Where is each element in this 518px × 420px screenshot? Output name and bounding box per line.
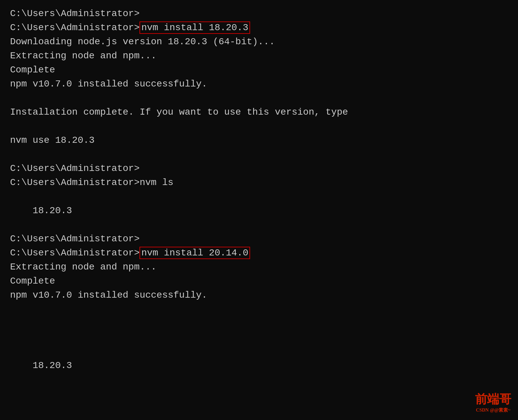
terminal-line: Installation complete. If you want to us… bbox=[10, 105, 508, 119]
terminal-line: C:\Users\Administrator> bbox=[10, 7, 508, 21]
terminal-line: C:\Users\Administrator> bbox=[10, 232, 508, 246]
prompt-2: C:\Users\Administrator> bbox=[10, 248, 139, 258]
terminal-window: C:\Users\Administrator> C:\Users\Adminis… bbox=[0, 0, 518, 420]
blank-line bbox=[10, 345, 508, 359]
nvm-install-20-cmd: nvm install 20.14.0 bbox=[139, 247, 250, 259]
terminal-line: C:\Users\Administrator> bbox=[10, 162, 508, 176]
blank-line bbox=[10, 147, 508, 162]
terminal-line: Extracting node and npm... bbox=[10, 260, 508, 274]
blank-line bbox=[10, 316, 508, 331]
terminal-line-cmd-2: C:\Users\Administrator>nvm install 20.14… bbox=[10, 246, 508, 260]
watermark-sub: CSDN @@素素~ bbox=[475, 407, 511, 413]
blank-line bbox=[10, 91, 508, 105]
terminal-line: Extracting node and npm... bbox=[10, 49, 508, 63]
blank-line bbox=[10, 331, 508, 345]
terminal-line: Complete bbox=[10, 274, 508, 288]
nvm-install-18-cmd: nvm install 18.20.3 bbox=[139, 21, 250, 34]
terminal-line: Complete bbox=[10, 63, 508, 77]
terminal-line: C:\Users\Administrator>nvm ls bbox=[10, 176, 508, 190]
prompt-1: C:\Users\Administrator> bbox=[10, 22, 139, 33]
blank-line bbox=[10, 218, 508, 232]
watermark-main: 前端哥 bbox=[475, 393, 511, 406]
terminal-line: npm v10.7.0 installed successfully. bbox=[10, 288, 508, 302]
terminal-line: Downloading node.js version 18.20.3 (64-… bbox=[10, 35, 508, 49]
blank-line bbox=[10, 119, 508, 133]
terminal-line-cmd-1: C:\Users\Administrator>nvm install 18.20… bbox=[10, 21, 508, 35]
terminal-line: nvm use 18.20.3 bbox=[10, 133, 508, 147]
watermark: 前端哥 CSDN @@素素~ bbox=[475, 392, 511, 413]
terminal-line: 18.20.3 bbox=[10, 204, 508, 218]
terminal-line: npm v10.7.0 installed successfully. bbox=[10, 77, 508, 91]
blank-line bbox=[10, 190, 508, 204]
blank-line bbox=[10, 302, 508, 316]
terminal-line: 18.20.3 bbox=[10, 359, 508, 373]
